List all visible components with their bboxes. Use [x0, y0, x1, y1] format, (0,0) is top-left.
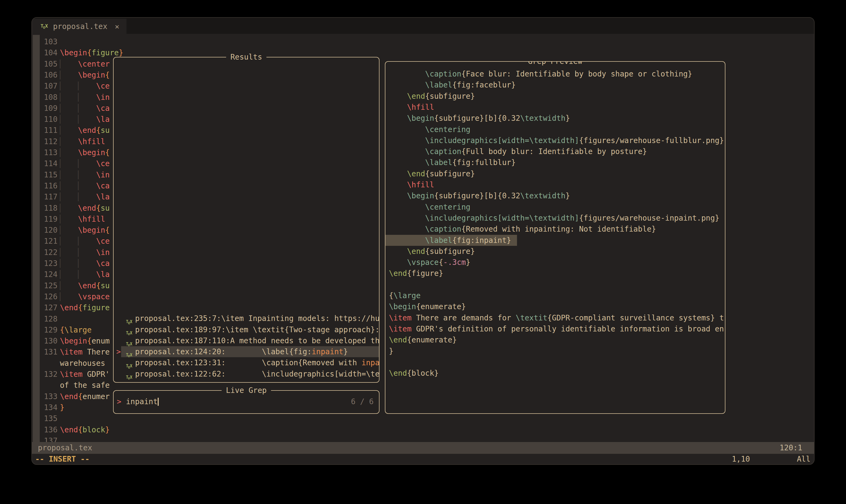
syntax-token: {	[105, 226, 110, 235]
preview-line: \includegraphics[width=\textwidth]{figur…	[385, 213, 725, 223]
syntax-token: }	[105, 425, 110, 434]
syntax-token: ▏	[60, 281, 78, 290]
live-grep-input[interactable]: > inpaint 6 / 6	[114, 391, 379, 413]
syntax-token: }	[565, 114, 570, 123]
result-row[interactable]: >TEXproposal.tex:124:20: \label{fig:inpa…	[114, 346, 379, 357]
syntax-token: {fig:inpaint}	[452, 236, 511, 245]
syntax-token: ▏	[60, 159, 78, 168]
line-number: 126	[41, 291, 57, 302]
syntax-token: {	[87, 48, 91, 57]
syntax-token: ▏	[60, 126, 78, 135]
syntax-token: {Removed with inpainting: Not identifiab…	[461, 224, 656, 233]
tab-filename: proposal.tex	[53, 22, 107, 31]
syntax-token: \centering	[425, 203, 470, 212]
result-row[interactable]: TEXproposal.tex:189:97:\item \textit{Two…	[114, 324, 379, 335]
syntax-token: ▏	[60, 237, 78, 246]
syntax-token: {	[389, 291, 394, 300]
syntax-token: ▏	[60, 181, 78, 190]
grep-preview-title: Grep Preview	[524, 61, 587, 67]
syntax-token: \hfill	[407, 180, 434, 189]
syntax-token	[389, 70, 425, 78]
syntax-token: {Full body blur: Identifiable by posture…	[461, 147, 647, 156]
preview-line: }	[385, 346, 725, 357]
preview-line	[385, 279, 725, 290]
syntax-token: \ca	[96, 259, 110, 268]
syntax-token	[389, 125, 425, 134]
syntax-token: \includegraphics[width=\textwidth]	[425, 214, 579, 222]
syntax-token: block	[83, 425, 105, 434]
syntax-token: \la	[96, 270, 110, 279]
tab-close-icon[interactable]: ✕	[115, 22, 119, 31]
syntax-token	[389, 136, 425, 145]
syntax-token: \end	[407, 169, 425, 178]
tab-proposal-tex[interactable]: TEX proposal.tex ✕	[32, 19, 126, 34]
syntax-token: \label	[425, 236, 452, 245]
syntax-token: \caption	[425, 147, 461, 156]
syntax-token: proposal.tex:187:110:A method needs to b…	[135, 336, 379, 345]
preview-line: \hfill	[385, 102, 725, 113]
syntax-token: ▏	[60, 215, 78, 223]
syntax-token: \end	[60, 392, 78, 401]
tex-file-icon: TEX	[126, 371, 132, 379]
preview-line: \item There are demands for \textit{GDPR…	[385, 312, 725, 323]
line-number: 113	[41, 147, 57, 158]
result-row[interactable]: TEXproposal.tex:187:110:A method needs t…	[114, 335, 379, 346]
tex-file-icon: TEX	[126, 337, 132, 346]
line-number: 131	[41, 346, 57, 358]
search-query: inpaint	[126, 391, 159, 413]
syntax-token: ▏	[78, 159, 96, 168]
syntax-token: proposal.tex:189:97:\item \textit{Two-st…	[135, 325, 379, 334]
results-title: Results	[226, 52, 266, 63]
syntax-token: warehouses	[60, 359, 105, 368]
result-row[interactable]: TEXproposal.tex:122:62: \includegraphics…	[114, 368, 379, 379]
syntax-token: \center	[78, 59, 109, 69]
syntax-token: \label	[425, 80, 452, 89]
preview-line: \vspace{-.3cm}	[385, 257, 725, 268]
syntax-token: \end	[78, 281, 96, 290]
syntax-token: \begin	[60, 48, 87, 57]
syntax-token	[389, 191, 407, 200]
syntax-token: {subfigure}	[425, 92, 475, 101]
syntax-token	[389, 214, 425, 222]
preview-line: \caption{Full body blur: Identifiable by…	[385, 146, 725, 157]
line-number: 117	[41, 191, 57, 202]
syntax-token: \begin	[389, 302, 416, 311]
syntax-token: {figures/warehouse-inpaint.png}	[579, 214, 720, 222]
syntax-token: \ce	[96, 159, 110, 168]
syntax-token: \item	[389, 313, 412, 322]
preview-line: {\large	[385, 290, 725, 301]
syntax-token: \end	[389, 336, 407, 344]
syntax-token: {	[78, 392, 83, 401]
syntax-token: ▏	[60, 93, 78, 102]
preview-line: \hfill	[385, 179, 725, 190]
syntax-token	[389, 92, 407, 101]
line-number: 127	[41, 302, 57, 313]
text-cursor	[158, 398, 159, 406]
result-row[interactable]: TEXproposal.tex:123:31: \caption{Removed…	[114, 357, 379, 368]
line-number: 132	[41, 369, 57, 380]
mode-indicator: -- INSERT --	[35, 454, 89, 465]
preview-line: \item GDPR's definition of personally id…	[385, 323, 725, 335]
syntax-token: ▏	[60, 204, 78, 213]
syntax-token	[389, 236, 425, 245]
syntax-token: \end	[389, 369, 407, 378]
syntax-token: ▏	[60, 59, 78, 69]
preview-line: \begin{enumerate}	[385, 301, 725, 312]
syntax-token: ▏	[60, 270, 78, 279]
syntax-token: \begin	[78, 148, 105, 157]
syntax-token: GDPR'	[83, 370, 109, 379]
preview-line: \label{fig:fullblur}	[385, 157, 725, 168]
preview-line: \end{block}	[385, 368, 725, 379]
preview-line: \end{enumerate}	[385, 335, 725, 345]
buffer-line: 103	[32, 36, 814, 47]
syntax-token: figure	[91, 48, 119, 57]
syntax-token: {	[78, 303, 83, 312]
line-number: 105	[41, 58, 57, 70]
syntax-token: {block}	[407, 369, 438, 378]
syntax-token: enumer	[83, 392, 109, 401]
syntax-token: \begin	[60, 337, 87, 345]
line-number: 118	[41, 203, 57, 214]
syntax-token: ▏	[60, 259, 78, 268]
result-row[interactable]: TEXproposal.tex:235:7:\item Inpainting m…	[114, 313, 379, 324]
syntax-token	[389, 247, 407, 256]
